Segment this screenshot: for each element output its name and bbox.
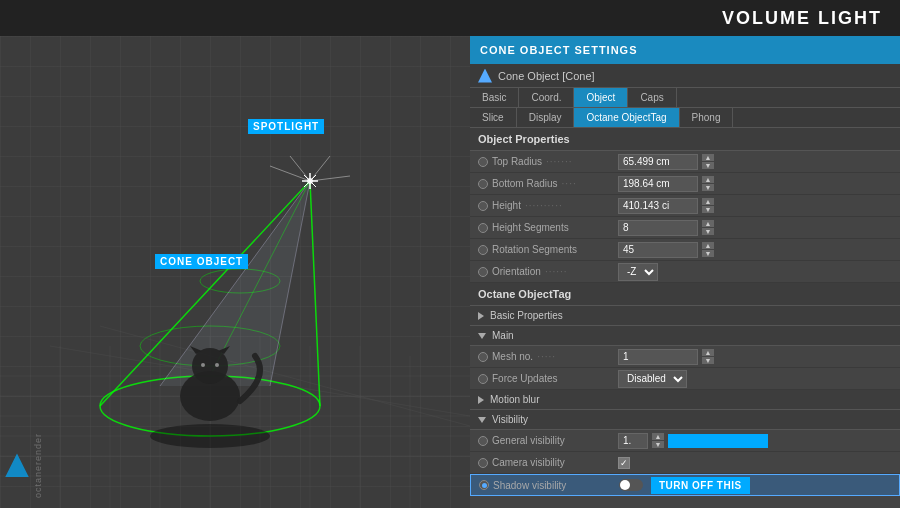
height-segments-radio[interactable] bbox=[478, 223, 488, 233]
prop-general-visibility: General visibility ▲ ▼ bbox=[470, 430, 900, 452]
rotation-segments-down[interactable]: ▼ bbox=[702, 250, 714, 257]
height-segments-down[interactable]: ▼ bbox=[702, 228, 714, 235]
rotation-segments-value: ▲ ▼ bbox=[618, 242, 892, 258]
tab-display[interactable]: Display bbox=[517, 108, 575, 127]
shadow-visibility-value: TURN OFF THIS bbox=[619, 477, 891, 494]
general-visibility-up[interactable]: ▲ bbox=[652, 433, 664, 440]
general-visibility-spinner[interactable]: ▲ ▼ bbox=[652, 433, 664, 448]
height-value: ▲ ▼ bbox=[618, 198, 892, 214]
cone-object-label: CONE OBJECT bbox=[155, 254, 248, 269]
force-updates-radio[interactable] bbox=[478, 374, 488, 384]
bottom-radius-input[interactable] bbox=[618, 176, 698, 192]
bottom-radius-radio[interactable] bbox=[478, 179, 488, 189]
visibility-label: Visibility bbox=[492, 414, 528, 425]
tab-object[interactable]: Object bbox=[574, 88, 628, 107]
bottom-radius-up[interactable]: ▲ bbox=[702, 176, 714, 183]
main-label: Main bbox=[492, 330, 514, 341]
force-updates-value: Disabled bbox=[618, 370, 892, 388]
height-segments-input[interactable] bbox=[618, 220, 698, 236]
panel-header: CONE OBJECT SETTINGS bbox=[470, 36, 900, 64]
tab-row-1: Basic Coord. Object Caps bbox=[470, 88, 900, 108]
orientation-value: -Z bbox=[618, 263, 892, 281]
mesh-no-radio[interactable] bbox=[478, 352, 488, 362]
orientation-radio[interactable] bbox=[478, 267, 488, 277]
height-up[interactable]: ▲ bbox=[702, 198, 714, 205]
mesh-no-value: ▲ ▼ bbox=[618, 349, 892, 365]
orientation-select[interactable]: -Z bbox=[618, 263, 658, 281]
height-label: Height ·········· bbox=[478, 200, 618, 211]
shadow-visibility-toggle[interactable] bbox=[619, 479, 643, 491]
top-radius-spinner[interactable]: ▲ ▼ bbox=[702, 154, 714, 169]
camera-visibility-radio[interactable] bbox=[478, 458, 488, 468]
general-visibility-value: ▲ ▼ bbox=[618, 433, 892, 449]
height-input[interactable] bbox=[618, 198, 698, 214]
tab-octane[interactable]: Octane ObjectTag bbox=[574, 108, 679, 127]
top-radius-input[interactable] bbox=[618, 154, 698, 170]
collapse-icon bbox=[478, 312, 484, 320]
general-visibility-down[interactable]: ▼ bbox=[652, 441, 664, 448]
general-visibility-radio[interactable] bbox=[478, 436, 488, 446]
mesh-no-spinner[interactable]: ▲ ▼ bbox=[702, 349, 714, 364]
force-updates-label: Force Updates bbox=[478, 373, 618, 384]
height-radio[interactable] bbox=[478, 201, 488, 211]
tab-coord[interactable]: Coord. bbox=[519, 88, 574, 107]
svg-point-39 bbox=[215, 363, 219, 367]
visibility-collapsible[interactable]: Visibility bbox=[470, 410, 900, 430]
mesh-no-up[interactable]: ▲ bbox=[702, 349, 714, 356]
height-down[interactable]: ▼ bbox=[702, 206, 714, 213]
tab-basic[interactable]: Basic bbox=[470, 88, 519, 107]
mesh-no-down[interactable]: ▼ bbox=[702, 357, 714, 364]
bottom-radius-spinner[interactable]: ▲ ▼ bbox=[702, 176, 714, 191]
bottom-radius-down[interactable]: ▼ bbox=[702, 184, 714, 191]
general-visibility-label: General visibility bbox=[478, 435, 618, 446]
general-visibility-input[interactable] bbox=[618, 433, 648, 449]
height-spinner[interactable]: ▲ ▼ bbox=[702, 198, 714, 213]
svg-point-38 bbox=[201, 363, 205, 367]
rotation-segments-spinner[interactable]: ▲ ▼ bbox=[702, 242, 714, 257]
bottom-radius-value: ▲ ▼ bbox=[618, 176, 892, 192]
camera-visibility-value: ✓ bbox=[618, 457, 892, 469]
spotlight-label: SPOTLIGHT bbox=[248, 119, 324, 134]
top-radius-up[interactable]: ▲ bbox=[702, 154, 714, 161]
prop-orientation: Orientation ······ -Z bbox=[470, 261, 900, 283]
rotation-segments-up[interactable]: ▲ bbox=[702, 242, 714, 249]
visibility-icon bbox=[478, 417, 486, 423]
main-collapsible[interactable]: Main bbox=[470, 326, 900, 346]
viewport-area: SPOTLIGHT CONE OBJECT octanerender bbox=[0, 36, 470, 508]
tab-caps[interactable]: Caps bbox=[628, 88, 676, 107]
cone-icon bbox=[478, 69, 492, 83]
motion-blur-icon bbox=[478, 396, 484, 404]
prop-bottom-radius: Bottom Radius ···· ▲ ▼ bbox=[470, 173, 900, 195]
tab-slice[interactable]: Slice bbox=[470, 108, 517, 127]
height-segments-spinner[interactable]: ▲ ▼ bbox=[702, 220, 714, 235]
prop-height-segments: Height Segments ▲ ▼ bbox=[470, 217, 900, 239]
prop-camera-visibility: Camera visibility ✓ bbox=[470, 452, 900, 474]
octane-tag-header: Octane ObjectTag bbox=[470, 283, 900, 306]
tab-row-2: Slice Display Octane ObjectTag Phong bbox=[470, 108, 900, 128]
top-radius-label: Top Radius ······· bbox=[478, 156, 618, 167]
prop-force-updates: Force Updates Disabled bbox=[470, 368, 900, 390]
cone-object-name: Cone Object [Cone] bbox=[498, 70, 595, 82]
app-title: VOLUME LIGHT bbox=[722, 8, 882, 29]
rotation-segments-input[interactable] bbox=[618, 242, 698, 258]
mesh-no-input[interactable] bbox=[618, 349, 698, 365]
top-radius-radio[interactable] bbox=[478, 157, 488, 167]
svg-point-35 bbox=[192, 348, 228, 384]
turn-off-button[interactable]: TURN OFF THIS bbox=[651, 477, 750, 494]
force-updates-select[interactable]: Disabled bbox=[618, 370, 687, 388]
shadow-visibility-label: Shadow visibility bbox=[479, 480, 619, 491]
app-header: VOLUME LIGHT bbox=[0, 0, 900, 36]
top-radius-value: ▲ ▼ bbox=[618, 154, 892, 170]
object-properties-header: Object Properties bbox=[470, 128, 900, 151]
shadow-visibility-radio[interactable] bbox=[479, 480, 489, 490]
tab-phong[interactable]: Phong bbox=[680, 108, 734, 127]
prop-shadow-visibility: Shadow visibility TURN OFF THIS bbox=[470, 474, 900, 496]
camera-visibility-checkbox[interactable]: ✓ bbox=[618, 457, 630, 469]
basic-properties-collapsible[interactable]: Basic Properties bbox=[470, 306, 900, 326]
watermark-text: octanerender bbox=[33, 433, 43, 498]
motion-blur-collapsible[interactable]: Motion blur bbox=[470, 390, 900, 410]
rotation-segments-radio[interactable] bbox=[478, 245, 488, 255]
top-radius-down[interactable]: ▼ bbox=[702, 162, 714, 169]
prop-height: Height ·········· ▲ ▼ bbox=[470, 195, 900, 217]
height-segments-up[interactable]: ▲ bbox=[702, 220, 714, 227]
